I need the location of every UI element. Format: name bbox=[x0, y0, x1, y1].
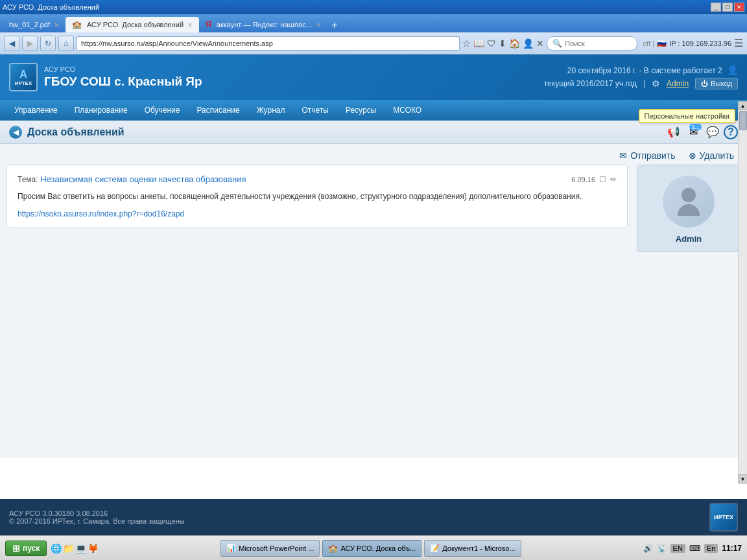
footer-logo: ИРТЕХ bbox=[709, 503, 738, 531]
header-right: 20 сентября 2016 г. - В системе работает… bbox=[544, 65, 738, 89]
back-button[interactable]: ◀ bbox=[9, 126, 22, 139]
avatar-body bbox=[678, 204, 700, 216]
tab-close-icon[interactable]: ✕ bbox=[316, 21, 321, 29]
message-meta: 6.09.16 ☐ ✏ bbox=[571, 175, 617, 184]
scroll-up-button[interactable]: ▲ bbox=[739, 101, 748, 110]
message-body: Просим Вас ответить на вопросы анкеты, п… bbox=[18, 191, 617, 202]
avatar-head bbox=[682, 188, 696, 202]
url-input[interactable] bbox=[77, 36, 460, 51]
tab-bar: hw_01_2.pdf ✕ 🏫 АСУ РСО. Доска объявлени… bbox=[0, 14, 747, 32]
tab-label: АСУ РСО. Доска объявлений bbox=[87, 21, 184, 29]
bookmark-icon[interactable]: ☆ bbox=[462, 38, 471, 49]
app-title-block: АСУ РСО ГБОУ СОШ с. Красный Яр bbox=[44, 65, 202, 89]
quick-launch: 🌐 📁 💻 🦊 bbox=[51, 543, 99, 554]
taskbar-items: 📊 Microsoft PowerPoint ... 🏫 АСУ РСО. До… bbox=[220, 540, 521, 557]
page-title: Доска объявлений bbox=[27, 126, 124, 138]
reload-button[interactable]: ↻ bbox=[40, 36, 56, 51]
send-icon: ✉ bbox=[619, 150, 627, 161]
nav-item-resursy[interactable]: Ресурсы bbox=[338, 102, 384, 118]
message-url-link[interactable]: https://nsoko.asurso.ru/index.php?r=dod1… bbox=[18, 209, 184, 218]
back-navigation-button[interactable]: ◀ bbox=[4, 36, 19, 51]
scroll-down-button[interactable]: ▼ bbox=[739, 474, 748, 484]
nav-item-planirovanie[interactable]: Планирование bbox=[67, 102, 136, 118]
side-column: Admin bbox=[637, 165, 741, 252]
window-controls[interactable]: _ □ ✕ bbox=[711, 3, 744, 12]
help-icon[interactable]: ? bbox=[724, 125, 738, 139]
delete-icon: ⊗ bbox=[689, 150, 696, 161]
message-topic: Тема: Независимая система оценки качеств… bbox=[18, 174, 246, 184]
search-input[interactable] bbox=[565, 40, 632, 47]
tray-time: 11:17 bbox=[722, 544, 742, 553]
message-date: 6.09.16 bbox=[571, 176, 595, 183]
ip-address: IP : 109.169.233.96 bbox=[669, 40, 731, 47]
tray-lang2: En bbox=[704, 544, 718, 553]
tab-label: hw_01_2.pdf bbox=[9, 21, 50, 29]
start-button[interactable]: ⊞ пуск bbox=[5, 541, 47, 556]
forward-navigation-button[interactable]: ▶ bbox=[22, 36, 38, 51]
chat-icon[interactable]: 💬 bbox=[704, 124, 721, 141]
edit-icon[interactable]: ✏ bbox=[610, 175, 617, 184]
menu-icon[interactable]: ☰ bbox=[734, 37, 743, 49]
tray-lang1[interactable]: EN bbox=[670, 544, 685, 553]
avatar-card: Admin bbox=[637, 165, 741, 252]
delete-action[interactable]: ⊗ Удалить bbox=[689, 150, 734, 161]
page-title-section: ◀ Доска объявлений bbox=[9, 126, 124, 139]
actions-row: ✉ Отправить ⊗ Удалить bbox=[0, 144, 747, 165]
nav-item-jurnal[interactable]: Журнал bbox=[249, 102, 293, 118]
home-button[interactable]: ⌂ bbox=[58, 36, 74, 51]
org-short: АСУ РСО bbox=[44, 65, 202, 73]
topic-link[interactable]: Независимая система оценки качества обра… bbox=[40, 174, 246, 184]
close-button[interactable]: ✕ bbox=[734, 3, 744, 12]
nav-item-obuchenie[interactable]: Обучение bbox=[137, 102, 188, 118]
announcement-icon[interactable]: 📢 bbox=[665, 124, 682, 141]
header-date: 20 сентября 2016 г. - В системе работает… bbox=[544, 65, 738, 75]
message-header: Тема: Независимая система оценки качеств… bbox=[18, 174, 617, 184]
download-icon[interactable]: ⬇ bbox=[499, 38, 506, 49]
status-off-text: off | bbox=[643, 40, 654, 47]
header-bottom: текущий 2016/2017 уч.год | ⚙ Admin ⏻ Вых… bbox=[544, 78, 738, 89]
window-title: АСУ РСО. Доска объявлений bbox=[3, 3, 99, 11]
shield-icon[interactable]: 🛡 bbox=[487, 38, 496, 49]
checkbox-icon[interactable]: ☐ bbox=[599, 175, 606, 184]
logo-icon: А ИРТЕХ bbox=[9, 63, 38, 91]
system-tray: 🔊 📡 EN ⌨ En 11:17 bbox=[643, 544, 742, 553]
nav-item-msoko[interactable]: МСОКО bbox=[385, 102, 429, 118]
tooltip-personal-settings: Персональные настройки bbox=[639, 109, 735, 123]
admin-link[interactable]: Admin bbox=[667, 79, 689, 88]
nav-item-upravlenie[interactable]: Управление bbox=[6, 102, 65, 118]
messages-badge: 1... bbox=[689, 124, 702, 130]
tab-hw01[interactable]: hw_01_2.pdf ✕ bbox=[3, 17, 65, 32]
minimize-button[interactable]: _ bbox=[711, 3, 721, 12]
window-titlebar: АСУ РСО. Доска объявлений _ □ ✕ bbox=[0, 0, 747, 14]
maximize-button[interactable]: □ bbox=[722, 3, 733, 12]
nav-item-otchety[interactable]: Отчеты bbox=[294, 102, 336, 118]
tab-announcements[interactable]: 🏫 АСУ РСО. Доска объявлений ✕ bbox=[65, 17, 199, 32]
tab-close-icon[interactable]: ✕ bbox=[54, 21, 59, 29]
close2-icon[interactable]: ✕ bbox=[536, 38, 544, 49]
app-logo: А ИРТЕХ АСУ РСО ГБОУ СОШ с. Красный Яр bbox=[9, 63, 202, 91]
address-icons: ☆ 📖 🛡 ⬇ 🏠 👤 ✕ bbox=[462, 38, 544, 49]
footer-copyright: © 2007-2016 ИРТех, г. Самара. Все права … bbox=[9, 517, 185, 525]
settings-icon: ⚙ bbox=[652, 78, 660, 89]
search-bar[interactable]: 🔍 bbox=[547, 36, 637, 51]
scroll-thumb[interactable] bbox=[739, 111, 747, 130]
nav-item-raspisanie[interactable]: Расписание bbox=[189, 102, 248, 118]
account-icon[interactable]: 👤 bbox=[523, 38, 534, 49]
taskbar-item-powerpoint[interactable]: 📊 Microsoft PowerPoint ... bbox=[220, 540, 320, 557]
flag-icon: 🇷🇺 bbox=[657, 39, 667, 48]
main-column: Тема: Независимая система оценки качеств… bbox=[6, 165, 628, 228]
app-header: А ИРТЕХ АСУ РСО ГБОУ СОШ с. Красный Яр 2… bbox=[0, 54, 747, 100]
new-tab-button[interactable]: + bbox=[327, 18, 342, 32]
footer-brand: АСУ РСО 3.0.30180 3.08.2016 bbox=[9, 509, 185, 517]
scrollbar-right[interactable]: ▲ ▼ bbox=[738, 101, 747, 484]
taskbar-item-word[interactable]: 📝 Документ1 - Microsо... bbox=[424, 540, 521, 557]
send-action[interactable]: ✉ Отправить bbox=[619, 150, 675, 161]
page-icons: 📢 ✉ 1... 💬 ? bbox=[665, 124, 738, 141]
messages-icon[interactable]: ✉ 1... bbox=[685, 124, 702, 141]
reading-list-icon[interactable]: 📖 bbox=[473, 38, 484, 49]
taskbar-item-asurso[interactable]: 🏫 АСУ РСО. Доска объ... bbox=[322, 540, 421, 557]
logout-button[interactable]: ⏻ Выход bbox=[695, 78, 738, 89]
tab-close-icon[interactable]: ✕ bbox=[187, 21, 193, 29]
tab-yandex[interactable]: Я аккаунт — Яндекс: нашлос... ✕ bbox=[199, 17, 327, 32]
home2-icon[interactable]: 🏠 bbox=[509, 38, 520, 49]
